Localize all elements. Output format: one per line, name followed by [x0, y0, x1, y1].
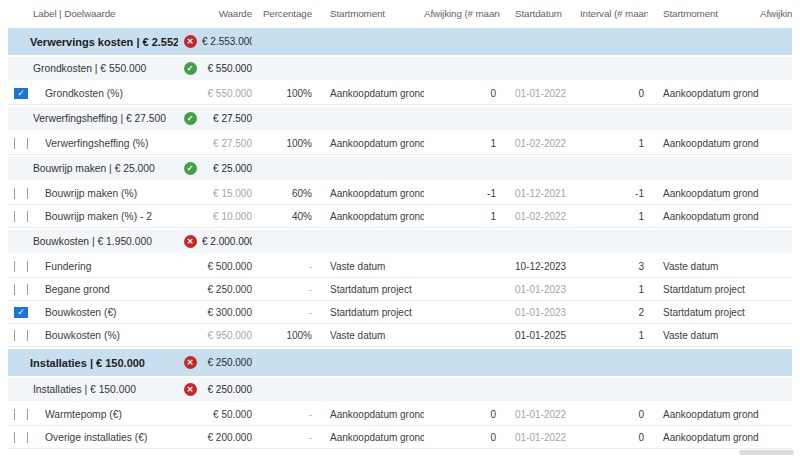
cell-interval: 1	[580, 211, 648, 222]
cell-label: Grondkosten | € 550.000	[8, 63, 178, 74]
cell-percentage: -	[252, 409, 312, 420]
row-label: Verwerfingsheffing (%)	[8, 138, 148, 149]
subgroup-row[interactable]: Verwerfingsheffing | € 27.500✓€ 27.500	[8, 107, 792, 130]
cell-startmoment-2: Vaste datum	[648, 261, 760, 272]
row-checkbox[interactable]: ✓	[14, 432, 28, 443]
column-header-afwijking1: Afwijking (# maand)	[424, 8, 500, 19]
row-checkbox[interactable]: ✓	[14, 330, 28, 341]
row-label: Bouwkosten | € 1.950.000	[8, 236, 152, 247]
cell-startmoment-2: Startdatum project	[648, 284, 760, 295]
table-row[interactable]: ✓Overige installaties (€)€ 200.000-Aanko…	[8, 426, 792, 449]
row-label: Grondkosten | € 550.000	[8, 63, 146, 74]
cell-startdatum: 01-02-2022	[500, 211, 580, 222]
cell-startmoment: Aankoopdatum grond	[312, 409, 424, 420]
row-checkbox[interactable]: ✓	[14, 211, 28, 222]
subgroup-row[interactable]: Grondkosten | € 550.000✓€ 550.000	[8, 57, 792, 80]
cell-status: ✕	[178, 383, 202, 396]
table-row[interactable]: ✓Fundering€ 500.000-Vaste datum10-12-202…	[8, 255, 792, 278]
table-row[interactable]: ✓Begane grond€ 250.000-Startdatum projec…	[8, 278, 792, 301]
column-header-waarde: Waarde	[202, 8, 252, 19]
status-error-icon: ✕	[184, 235, 197, 248]
cell-startmoment-2: Aankoopdatum grond	[648, 432, 760, 443]
cell-status: ✓	[178, 112, 202, 125]
cell-interval: 3	[580, 261, 648, 272]
row-checkbox[interactable]: ✓	[14, 261, 28, 272]
cell-waarde: € 15.000	[202, 188, 252, 199]
table-row[interactable]: ✓Grondkosten (%)€ 550.000100%Aankoopdatu…	[8, 82, 792, 105]
cell-waarde: € 27.500	[202, 138, 252, 149]
cell-interval: 1	[580, 330, 648, 341]
table-row[interactable]: ✓Verwerfingsheffing (%)€ 27.500100%Aanko…	[8, 132, 792, 155]
cell-label: ✓Bouwkosten (€)	[8, 307, 178, 318]
table-row[interactable]: ✓Bouwrijp maken (%)€ 15.00060%Aankoopdat…	[8, 182, 792, 205]
cell-label: ✓Bouwkosten (%)	[8, 330, 178, 341]
subgroup-row[interactable]: Installaties | € 150.000✕€ 250.000	[8, 378, 792, 401]
status-ok-icon: ✓	[184, 162, 197, 175]
cell-startmoment-2: Aankoopdatum grond	[648, 188, 760, 199]
cell-label: ✓Overige installaties (€)	[8, 432, 178, 443]
subgroup-row[interactable]: Bouwkosten | € 1.950.000✕€ 2.000.000	[8, 230, 792, 253]
table-row[interactable]: ✓Bouwkosten (€)€ 300.000-Startdatum proj…	[8, 301, 792, 324]
cell-label: ✓Fundering	[8, 261, 178, 272]
cell-waarde: € 50.000	[202, 409, 252, 420]
cell-startdatum: 01-01-2022	[500, 88, 580, 99]
cell-label: Bouwrijp maken | € 25.000	[8, 163, 178, 174]
cell-interval: 0	[580, 409, 648, 420]
table-row[interactable]: ✓Bouwrijp maken (%) - 2€ 10.00040%Aankoo…	[8, 205, 792, 228]
cell-label: ✓Bouwrijp maken (%)	[8, 188, 178, 199]
row-label: Installaties | € 150.000	[8, 357, 145, 369]
cell-label: Verwervings kosten | € 2.552.500	[8, 36, 178, 48]
cell-waarde: € 500.000	[202, 261, 252, 272]
cell-percentage: 60%	[252, 188, 312, 199]
table-body: Verwervings kosten | € 2.552.500✕€ 2.553…	[8, 28, 792, 449]
cell-label: Verwerfingsheffing | € 27.500	[8, 113, 178, 124]
cell-waarde: € 950.000	[202, 330, 252, 341]
row-checkbox[interactable]: ✓	[14, 188, 28, 199]
row-checkbox-checked[interactable]: ✓	[14, 88, 28, 99]
cell-afwijking: 1	[424, 211, 500, 222]
cell-interval: -1	[580, 188, 648, 199]
status-error-icon: ✕	[184, 383, 197, 396]
row-label: Overige installaties (€)	[8, 432, 147, 443]
row-label: Bouwrijp maken (%) - 2	[8, 211, 152, 222]
cell-interval: 2	[580, 307, 648, 318]
row-checkbox-checked[interactable]: ✓	[14, 307, 28, 318]
cell-startmoment: Aankoopdatum grond	[312, 188, 424, 199]
cell-afwijking: 0	[424, 409, 500, 420]
column-header-startmoment2: Startmoment	[648, 8, 760, 19]
cell-startdatum: 01-01-2023	[500, 284, 580, 295]
cell-label: ✓Bouwrijp maken (%) - 2	[8, 211, 178, 222]
cell-percentage: -	[252, 284, 312, 295]
cell-startdatum: 01-01-2025	[500, 330, 580, 341]
cell-startdatum: 01-01-2023	[500, 307, 580, 318]
table-row[interactable]: ✓Warmtepomp (€)€ 50.000-Aankoopdatum gro…	[8, 403, 792, 426]
cell-startmoment: Aankoopdatum grond	[312, 138, 424, 149]
column-header-afwijking2: Afwijking	[760, 8, 792, 19]
cell-label: ✓Warmtepomp (€)	[8, 409, 178, 420]
cell-afwijking: 1	[424, 138, 500, 149]
cell-startdatum: 01-12-2021	[500, 188, 580, 199]
cell-label: ✓Grondkosten (%)	[8, 88, 178, 99]
table-row[interactable]: ✓Bouwkosten (%)€ 950.000100%Vaste datum0…	[8, 324, 792, 347]
horizontal-scrollbar-thumb[interactable]	[739, 450, 794, 455]
cell-interval: 1	[580, 284, 648, 295]
cell-startmoment: Startdatum project	[312, 284, 424, 295]
row-checkbox[interactable]: ✓	[14, 409, 28, 420]
row-label: Installaties | € 150.000	[8, 384, 136, 395]
subgroup-row[interactable]: Bouwrijp maken | € 25.000✓€ 25.000	[8, 157, 792, 180]
cell-startmoment: Vaste datum	[312, 261, 424, 272]
row-checkbox[interactable]: ✓	[14, 284, 28, 295]
cell-waarde: € 250.000	[202, 284, 252, 295]
cell-waarde: € 250.000	[202, 384, 252, 395]
cell-waarde: € 300.000	[202, 307, 252, 318]
cell-interval: 1	[580, 138, 648, 149]
cell-waarde: € 27.500	[202, 113, 252, 124]
status-error-icon: ✕	[184, 356, 197, 369]
table-header-row: Label | DoelwaardeWaardePercentageStartm…	[8, 0, 792, 26]
cost-breakdown-table: Label | DoelwaardeWaardePercentageStartm…	[0, 0, 800, 449]
group-row[interactable]: Installaties | € 150.000✕€ 250.000	[8, 349, 792, 376]
cell-label: Bouwkosten | € 1.950.000	[8, 236, 178, 247]
row-checkbox[interactable]: ✓	[14, 138, 28, 149]
column-header-percentage: Percentage	[252, 8, 312, 19]
group-row[interactable]: Verwervings kosten | € 2.552.500✕€ 2.553…	[8, 28, 792, 55]
